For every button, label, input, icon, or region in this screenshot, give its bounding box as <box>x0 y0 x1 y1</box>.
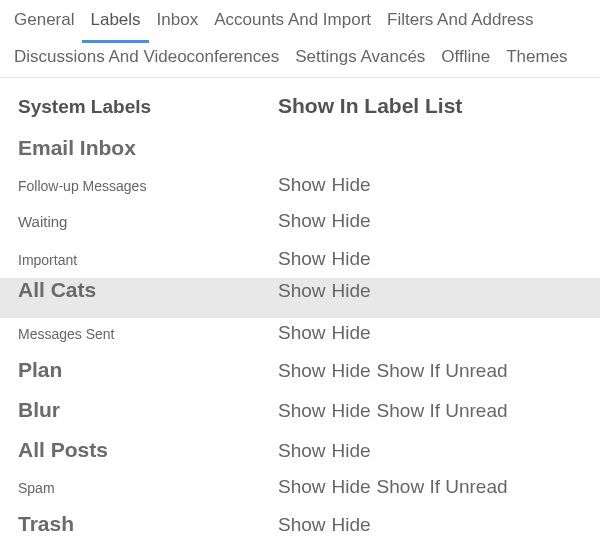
label-actions: ShowHide <box>278 440 582 462</box>
label-row: Follow-up MessagesShowHide <box>18 170 582 204</box>
hide-link[interactable]: Hide <box>332 476 371 497</box>
hide-link[interactable]: Hide <box>332 210 371 231</box>
label-actions: ShowHide <box>278 280 582 302</box>
hide-link[interactable]: Hide <box>332 280 371 301</box>
show-link[interactable]: Show <box>278 248 326 269</box>
tab-labels[interactable]: Labels <box>82 6 148 43</box>
show-link[interactable]: Show <box>278 440 326 461</box>
label-row: BlurShowHideShow If Unread <box>18 392 582 432</box>
label-name: Messages Sent <box>18 325 278 343</box>
label-actions: ShowHideShow If Unread <box>278 400 582 422</box>
show-link[interactable]: Show <box>278 322 326 343</box>
label-text: Important <box>18 252 77 268</box>
tab-offline[interactable]: Offline <box>433 43 498 77</box>
label-text: All Cats <box>18 278 96 302</box>
show-if-unread-link[interactable]: Show If Unread <box>377 360 508 381</box>
hide-link[interactable]: Hide <box>332 174 371 195</box>
tab-inbox[interactable]: Inbox <box>149 6 207 43</box>
label-row: WaitingShowHide <box>18 204 582 244</box>
label-text: Spam <box>18 480 55 496</box>
labels-rows: Email InboxFollow-up MessagesShowHideWai… <box>18 130 582 541</box>
hide-link[interactable]: Hide <box>332 440 371 461</box>
tab-discussions-video[interactable]: Discussions And Videoconferences <box>6 43 287 77</box>
header-show-in-list: Show In Label List <box>278 90 582 122</box>
label-name: Email Inbox <box>18 136 278 160</box>
tab-general[interactable]: General <box>6 6 82 43</box>
label-row: All PostsShowHide <box>18 432 582 472</box>
header-system-labels: System Labels <box>18 92 278 122</box>
label-row: SpamShowHideShow If Unread <box>18 472 582 506</box>
show-link[interactable]: Show <box>278 476 326 497</box>
tab-filters-address[interactable]: Filters And Address <box>379 6 541 43</box>
hide-link[interactable]: Hide <box>332 514 371 535</box>
show-link[interactable]: Show <box>278 210 326 231</box>
show-link[interactable]: Show <box>278 280 326 301</box>
show-link[interactable]: Show <box>278 174 326 195</box>
label-name: Waiting <box>18 213 278 231</box>
show-link[interactable]: Show <box>278 360 326 381</box>
tab-advanced-settings[interactable]: Settings Avancés <box>287 43 433 77</box>
label-row: PlanShowHideShow If Unread <box>18 352 582 392</box>
label-text: Blur <box>18 398 60 422</box>
show-if-unread-link[interactable]: Show If Unread <box>377 400 508 421</box>
label-text: Email Inbox <box>18 136 136 160</box>
hide-link[interactable]: Hide <box>332 360 371 381</box>
label-name: Trash <box>18 512 278 536</box>
label-name: All Posts <box>18 438 278 462</box>
label-row: TrashShowHide <box>18 506 582 541</box>
label-name: Follow-up Messages <box>18 177 278 195</box>
hide-link[interactable]: Hide <box>332 248 371 269</box>
label-text: Plan <box>18 358 62 382</box>
label-actions: ShowHide <box>278 174 582 196</box>
label-text: Follow-up Messages <box>18 178 146 194</box>
label-name: Blur <box>18 398 278 422</box>
label-text: Messages Sent <box>18 326 115 342</box>
label-actions: ShowHide <box>278 514 582 536</box>
label-name: All Cats <box>18 278 278 302</box>
settings-tabs: General Labels Inbox Accounts And Import… <box>0 0 600 78</box>
label-row: Email Inbox <box>18 130 582 170</box>
label-name: Plan <box>18 358 278 382</box>
label-actions: ShowHideShow If Unread <box>278 476 582 498</box>
label-actions: ShowHideShow If Unread <box>278 360 582 382</box>
label-text: Trash <box>18 512 74 536</box>
label-row: All CatsShowHide <box>0 278 600 318</box>
show-link[interactable]: Show <box>278 400 326 421</box>
label-actions: ShowHide <box>278 210 582 232</box>
label-actions: ShowHide <box>278 322 582 344</box>
label-text: All Posts <box>18 438 108 462</box>
label-row: Messages SentShowHide <box>18 318 582 352</box>
label-name: Spam <box>18 479 278 497</box>
show-link[interactable]: Show <box>278 514 326 535</box>
hide-link[interactable]: Hide <box>332 400 371 421</box>
label-row: ImportantShowHide <box>18 244 582 278</box>
label-actions: ShowHide <box>278 248 582 270</box>
tab-accounts-import[interactable]: Accounts And Import <box>206 6 379 43</box>
hide-link[interactable]: Hide <box>332 322 371 343</box>
label-name: Important <box>18 251 278 269</box>
labels-content: System Labels Show In Label List Email I… <box>0 78 600 541</box>
label-text: Waiting <box>18 213 67 230</box>
show-if-unread-link[interactable]: Show If Unread <box>377 476 508 497</box>
tab-themes[interactable]: Themes <box>498 43 575 77</box>
section-header: System Labels Show In Label List <box>18 90 582 130</box>
